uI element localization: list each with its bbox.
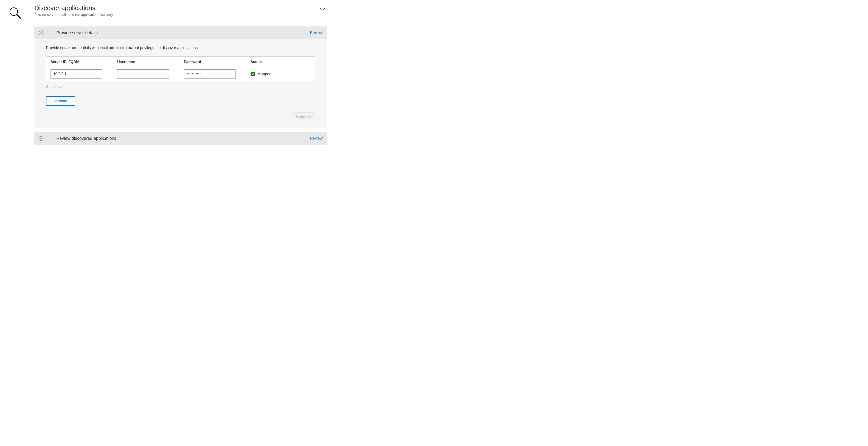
section-header-review: Review discovered applications Review (34, 132, 327, 145)
check-circle-icon (39, 136, 43, 141)
status-success-icon (251, 72, 255, 76)
page-header: Discover applications Provide server det… (34, 4, 327, 22)
section-review-applications: Review discovered applications Review (34, 132, 327, 145)
continue-button[interactable]: Continue (291, 112, 315, 121)
section-title: Provide server details (56, 30, 310, 35)
server-table: Server IP/ FQDN Username Password Status (46, 57, 315, 81)
section-header-provide: Provide server details Review (34, 27, 327, 39)
svg-line-1 (17, 14, 20, 18)
table-row: Mapped (46, 67, 315, 81)
review-link-provide[interactable]: Review (310, 31, 322, 35)
password-input[interactable] (184, 69, 236, 78)
section-body-provide: Provide server credentials with local ad… (34, 39, 327, 128)
page-title: Discover applications (34, 4, 318, 11)
table-header: Server IP/ FQDN Username Password Status (46, 57, 315, 67)
section-provide-server-details: Provide server details Review Provide se… (34, 27, 327, 128)
col-header-status: Status (251, 60, 311, 64)
status-text: Mapped (257, 72, 271, 76)
server-ip-input[interactable] (51, 69, 102, 78)
search-icon (9, 4, 34, 145)
col-header-password: Password (184, 60, 251, 64)
validate-button[interactable]: Validate (46, 96, 75, 106)
collapse-toggle[interactable] (318, 4, 327, 14)
check-circle-icon (39, 31, 43, 35)
section-title: Review discovered applications (56, 136, 310, 141)
review-link-applications[interactable]: Review (310, 136, 322, 141)
page-subtitle: Provide server details and run applicati… (34, 13, 318, 17)
username-input[interactable] (117, 69, 169, 78)
add-server-link[interactable]: Add server (46, 85, 64, 89)
section-description: Provide server credentials with local ad… (46, 45, 315, 50)
chevron-down-icon (319, 7, 326, 11)
col-header-username: Username (117, 60, 184, 64)
col-header-ip: Server IP/ FQDN (51, 60, 117, 64)
